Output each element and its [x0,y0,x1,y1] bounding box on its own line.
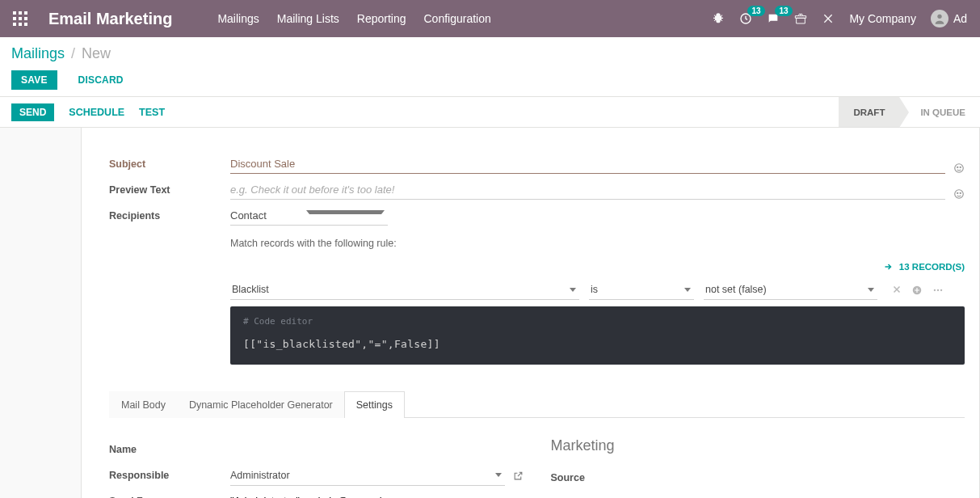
sendfrom-input[interactable] [230,492,524,498]
preview-label: Preview Text [109,184,230,196]
brand-title: Email Marketing [48,10,172,28]
save-button[interactable]: SAVE [11,70,57,90]
activities-badge: 13 [747,6,764,16]
stage-in-queue[interactable]: IN QUEUE [899,97,980,127]
chevron-down-icon [570,288,576,292]
svg-point-3 [957,167,958,167]
recipients-label: Recipients [109,210,230,222]
emoji-icon-preview[interactable] [953,188,965,200]
responsible-value: Administrator [230,466,492,485]
apps-icon[interactable] [13,11,27,26]
messages-badge: 13 [775,6,792,16]
svg-point-4 [960,167,961,167]
nav-item-reporting[interactable]: Reporting [357,12,406,25]
subject-label: Subject [109,158,230,170]
nav-item-mailings[interactable]: Mailings [217,12,259,25]
svg-point-9 [934,289,936,290]
external-link-icon[interactable] [513,471,524,481]
user-menu[interactable]: Ad [931,10,967,27]
marketing-title: Marketing [551,437,965,454]
responsible-select[interactable]: Administrator [230,466,505,486]
code-editor[interactable]: # Code editor [["is_blacklisted","=",Fal… [230,306,965,365]
svg-point-2 [955,164,964,173]
chevron-down-icon [495,473,502,477]
domain-operator-value: is [589,280,681,299]
breadcrumb-sep: / [71,45,75,62]
activities-icon[interactable]: 13 [739,12,752,25]
records-count: 13 RECORD(S) [899,262,965,272]
more-rule-icon[interactable] [932,285,944,296]
svg-point-11 [940,289,942,290]
settings-right-col: Marketing Source Medium Email [551,437,965,498]
status-stages: DRAFT IN QUEUE [839,97,980,127]
settings-left-col: Name Responsible Administrator [109,437,524,498]
breadcrumb-parent[interactable]: Mailings [11,45,65,62]
discard-button[interactable]: DISCARD [69,70,133,90]
tab-mail-body[interactable]: Mail Body [109,391,178,418]
chevron-down-icon [684,288,691,292]
domain-rule-row: Blacklist is not set (false) [230,280,965,300]
remove-rule-icon[interactable] [892,285,902,296]
svg-point-1 [937,15,941,19]
emoji-icon[interactable] [953,162,965,174]
svg-point-5 [955,190,964,199]
control-panel: Mailings / New SAVE DISCARD [0,37,980,97]
code-comment: # Code editor [243,316,952,327]
domain-value-text: not set (false) [704,280,864,299]
nav-item-configuration[interactable]: Configuration [423,12,490,25]
domain-value-select[interactable]: not set (false) [704,280,877,300]
svg-point-7 [960,192,961,193]
add-rule-icon[interactable] [911,285,923,296]
tabs: Mail Body Dynamic Placeholder Generator … [109,390,965,418]
status-bar: SEND SCHEDULE TEST DRAFT IN QUEUE [0,97,980,128]
recipients-select[interactable]: Contact [230,206,388,226]
avatar [931,10,948,27]
medium-select[interactable]: Email [672,494,947,499]
user-name: Ad [953,12,967,25]
breadcrumb: Mailings / New [11,45,967,62]
schedule-button[interactable]: SCHEDULE [69,107,124,118]
rule-help-text: Match records with the following rule: [230,238,965,249]
medium-value: Email [672,494,934,499]
tools-icon[interactable] [822,12,835,25]
tab-dynamic-placeholder[interactable]: Dynamic Placeholder Generator [177,391,345,418]
svg-point-10 [937,289,939,290]
chevron-down-icon [306,210,385,221]
form-sheet: Subject Preview Text Recipients Cont [81,128,980,498]
svg-point-6 [957,192,958,193]
tab-settings[interactable]: Settings [344,391,405,418]
breadcrumb-current: New [82,45,111,62]
subject-input[interactable] [230,154,945,174]
nav-menu: Mailings Mailing Lists Reporting Configu… [217,12,490,25]
domain-operator-select[interactable]: is [589,280,694,300]
source-label: Source [551,472,672,483]
domain-field-value: Blacklist [230,280,566,299]
name-label: Name [109,444,230,455]
messages-icon[interactable]: 13 [767,12,780,25]
nav-item-mailing-lists[interactable]: Mailing Lists [277,12,339,25]
code-content: [["is_blacklisted","=",False]] [243,338,952,350]
send-button[interactable]: SEND [11,103,54,121]
stage-draft[interactable]: DRAFT [839,97,899,127]
bug-icon[interactable] [712,12,725,25]
chevron-down-icon [868,288,874,292]
main-navbar: Email Marketing Mailings Mailing Lists R… [0,0,980,37]
gift-icon[interactable] [794,12,807,25]
recipients-value: Contact [230,206,303,225]
test-button[interactable]: TEST [139,107,165,118]
records-link[interactable]: 13 RECORD(S) [230,262,965,272]
domain-field-select[interactable]: Blacklist [230,280,579,300]
company-selector[interactable]: My Company [849,12,915,25]
responsible-label: Responsible [109,470,230,481]
preview-input[interactable] [230,180,945,200]
